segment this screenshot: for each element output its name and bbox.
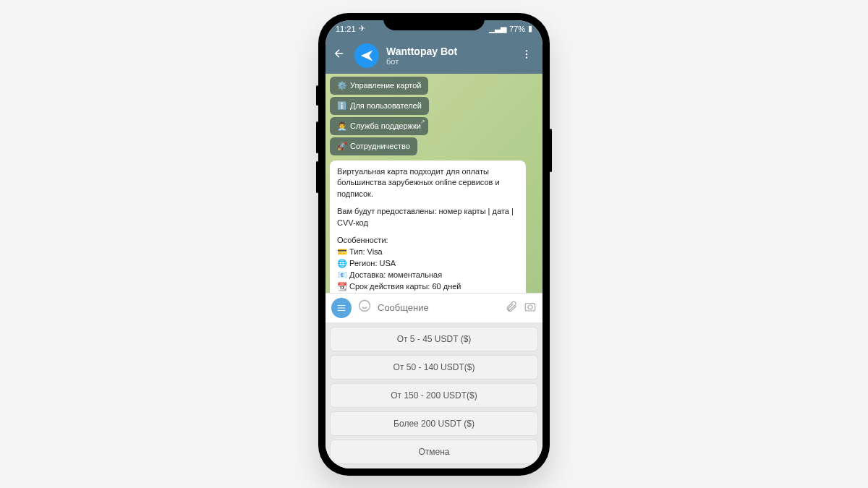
phone-frame: 11:21 ✈ ▁▃▅ 77% ▮ Wanttopay Bot бот [318,13,550,476]
inline-button-label: Для пользователей [350,101,422,110]
rocket-icon: 🚀 [337,142,347,151]
paperclip-icon [505,300,518,313]
message-features-label: Особенности: [337,235,519,247]
inline-button-support[interactable]: 👨‍💼 Служба поддержки ↗ [330,117,428,135]
message-input-bar [326,293,542,322]
emoji-button[interactable] [357,299,372,317]
svg-point-0 [526,50,527,51]
reply-keyboard: От 5 - 45 USDT ($) От 50 - 140 USDT($) О… [326,322,542,468]
camera-icon [524,300,537,313]
phone-screen: 11:21 ✈ ▁▃▅ 77% ▮ Wanttopay Bot бот [326,20,542,468]
inline-button-label: Управление картой [350,81,421,90]
gear-icon: ⚙️ [337,81,347,90]
smile-icon [357,299,372,313]
send-icon [359,48,374,63]
bot-avatar[interactable] [354,43,379,68]
bot-menu-button[interactable] [331,298,352,318]
back-button[interactable] [333,47,347,64]
keyboard-button-range-4[interactable]: Более 200 USDT ($) [330,411,538,436]
chat-title: Wanttopay Bot [386,46,511,57]
chat-area[interactable]: ⚙️ Управление картой ℹ️ Для пользователе… [326,74,542,293]
phone-notch [383,13,485,30]
phone-silent-switch [316,85,318,106]
telegram-indicator-icon: ✈ [359,24,365,33]
bot-message: Виртуальная карта подходит для оплаты бо… [330,160,526,293]
arrow-left-icon [333,47,346,60]
keyboard-button-range-3[interactable]: От 150 - 200 USDT($) [330,383,538,408]
chat-subtitle: бот [386,57,511,66]
chat-header-info[interactable]: Wanttopay Bot бот [386,46,511,66]
chat-header: Wanttopay Bot бот [326,38,542,74]
svg-point-2 [526,56,527,58]
svg-point-5 [528,304,532,309]
feature-line-delivery: 📧 Доставка: моментальная [337,270,519,281]
svg-rect-4 [525,303,535,311]
keyboard-button-cancel[interactable]: Отмена [330,440,538,464]
inline-button-label: Сотрудничество [350,142,410,150]
menu-icon [336,303,346,313]
inline-button-label: Служба поддержки [350,121,421,130]
inline-button-for-users[interactable]: ℹ️ Для пользователей [330,97,429,115]
phone-volume-up [316,121,318,153]
info-icon: ℹ️ [337,101,347,111]
signal-icon: ▁▃▅ [489,24,506,33]
feature-line-expiry: 📆 Срок действия карты: 60 дней [337,281,519,293]
battery-percent: 77% [509,25,525,33]
svg-point-1 [526,53,527,54]
support-icon: 👨‍💼 [337,121,347,131]
keyboard-button-range-1[interactable]: От 5 - 45 USDT ($) [330,327,538,351]
feature-line-region: 🌐 Регион: USA [337,258,519,270]
keyboard-button-range-2[interactable]: От 50 - 140 USDT($) [330,355,538,380]
status-time: 11:21 [336,25,356,33]
battery-icon: ▮ [528,24,532,33]
external-link-icon: ↗ [420,119,425,125]
message-paragraph: Вам будут предоставлены: номер карты | д… [337,206,519,229]
inline-button-manage-card[interactable]: ⚙️ Управление картой [330,77,428,95]
svg-point-3 [359,301,370,312]
phone-power-button [550,129,552,172]
header-menu-button[interactable] [518,48,535,63]
record-button[interactable] [524,300,537,316]
feature-line-type: 💳 Тип: Visa [337,247,519,258]
inline-button-partnership[interactable]: 🚀 Сотрудничество [330,137,417,155]
attach-button[interactable] [505,300,518,316]
more-vertical-icon [521,48,532,60]
phone-volume-down [316,161,318,193]
message-input[interactable] [378,302,499,313]
message-paragraph: Виртуальная карта подходит для оплаты бо… [337,166,519,201]
